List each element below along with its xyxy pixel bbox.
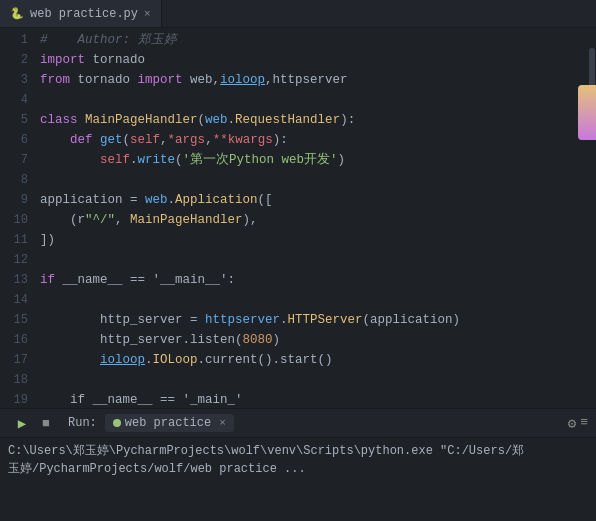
code-line-13: if __name__ == '__main__': xyxy=(40,270,596,290)
line-number-12: 12 xyxy=(0,250,28,270)
line-number-17: −17 xyxy=(0,350,28,370)
settings-icon[interactable]: ≡ xyxy=(580,415,588,432)
line-number-7: 7 xyxy=(0,150,28,170)
code-line-6: def get(self,*args,**kwargs): xyxy=(40,130,596,150)
line-number-4: 4 xyxy=(0,90,28,110)
line-numbers: 1−2−34−5−678−910−1112▶13141516−171819 xyxy=(0,28,36,408)
run-tab-close[interactable]: × xyxy=(219,417,226,429)
line-number-9: −9 xyxy=(0,190,28,210)
code-line-9: application = web.Application([ xyxy=(40,190,596,210)
line-number-2: −2 xyxy=(0,50,28,70)
tab-bar: 🐍 web practice.py × xyxy=(0,0,596,28)
stop-button[interactable]: ■ xyxy=(36,413,56,433)
line-number-8: 8 xyxy=(0,170,28,190)
line-number-1: 1 xyxy=(0,30,28,50)
tab-close-button[interactable]: × xyxy=(144,8,151,20)
python-file-icon: 🐍 xyxy=(10,7,24,20)
code-line-18 xyxy=(40,370,596,390)
code-line-5: class MainPageHandler(web.RequestHandler… xyxy=(40,110,596,130)
app-window: 🐍 web practice.py × 1−2−34−5−678−910−111… xyxy=(0,0,596,521)
line-number-16: 16 xyxy=(0,330,28,350)
code-content[interactable]: # Author: 郑玉婷import tornadofrom tornado … xyxy=(36,28,596,408)
code-line-16: http_server.listen(8080) xyxy=(40,330,596,350)
line-number-18: 18 xyxy=(0,370,28,390)
run-tab[interactable]: web practice × xyxy=(105,414,234,432)
line-number-19: 19 xyxy=(0,390,28,408)
run-button[interactable]: ▶ xyxy=(12,413,32,433)
line-number-14: 14 xyxy=(0,290,28,310)
tab-web-practice[interactable]: 🐍 web practice.py × xyxy=(0,0,162,27)
code-line-7: self.write('第一次Python web开发') xyxy=(40,150,596,170)
line-number-6: −6 xyxy=(0,130,28,150)
code-line-11: ]) xyxy=(40,230,596,250)
code-line-1: # Author: 郑玉婷 xyxy=(40,30,596,50)
line-number-13: ▶13 xyxy=(0,270,28,290)
code-line-10: (r"^/", MainPageHandler), xyxy=(40,210,596,230)
code-line-19: if __name__ == '_main_' xyxy=(40,390,596,408)
tab-filename: web practice.py xyxy=(30,7,138,21)
line-number-10: 10 xyxy=(0,210,28,230)
bottom-panel: ▶ ■ Run: web practice × ⚙ ≡ C:\Users\郑玉婷… xyxy=(0,408,596,498)
code-line-14 xyxy=(40,290,596,310)
code-line-3: from tornado import web,ioloop,httpserve… xyxy=(40,70,596,90)
output-line: 玉婷/PycharmProjects/wolf/web practice ... xyxy=(8,460,588,478)
line-number-5: −5 xyxy=(0,110,28,130)
run-bar: ▶ ■ Run: web practice × ⚙ ≡ xyxy=(0,408,596,438)
run-status-dot xyxy=(113,419,121,427)
gear-icon[interactable]: ⚙ xyxy=(568,415,576,432)
avatar xyxy=(578,85,596,140)
line-number-3: −3 xyxy=(0,70,28,90)
code-line-2: import tornado xyxy=(40,50,596,70)
code-line-15: http_server = httpserver.HTTPServer(appl… xyxy=(40,310,596,330)
code-line-12 xyxy=(40,250,596,270)
code-line-4 xyxy=(40,90,596,110)
run-controls: ▶ ■ xyxy=(8,411,60,435)
code-line-17: ioloop.IOLoop.current().start() xyxy=(40,350,596,370)
run-label: Run: xyxy=(68,416,97,430)
output-area: C:\Users\郑玉婷\PycharmProjects\wolf\venv\S… xyxy=(0,438,596,498)
code-editor: 1−2−34−5−678−910−1112▶13141516−171819 # … xyxy=(0,28,596,408)
line-number-15: 15 xyxy=(0,310,28,330)
code-line-8 xyxy=(40,170,596,190)
run-tab-name: web practice xyxy=(125,416,211,430)
output-line: C:\Users\郑玉婷\PycharmProjects\wolf\venv\S… xyxy=(8,442,588,460)
line-number-11: −11 xyxy=(0,230,28,250)
